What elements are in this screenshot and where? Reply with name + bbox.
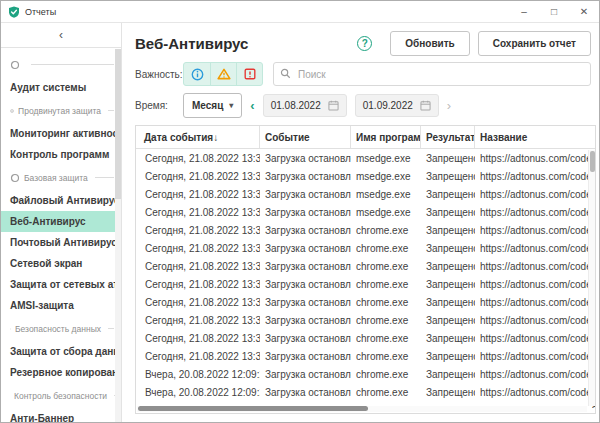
event-date-text: Сегодня, 21.08.2022 13:31:00 [145, 225, 260, 236]
column-header[interactable]: Результат [421, 126, 475, 148]
table-row[interactable]: Сегодня, 21.08.2022 13:30:53Загрузка ост… [136, 257, 595, 275]
table-row[interactable]: Сегодня, 21.08.2022 13:30:56Загрузка ост… [136, 239, 595, 257]
table-row[interactable]: Сегодня, 21.08.2022 13:32:19Загрузка ост… [136, 203, 595, 221]
sidebar-item[interactable]: AMSI-защита [1, 295, 121, 316]
cell-program: msedge.exe [351, 153, 421, 164]
column-header[interactable]: Событие [260, 126, 351, 148]
table-row[interactable]: Сегодня, 21.08.2022 13:30:27Загрузка ост… [136, 329, 595, 347]
sidebar-item[interactable]: Сетевой экран [1, 253, 121, 274]
date-from-field[interactable]: 01.08.2022 [263, 94, 347, 117]
sidebar-scrollbar[interactable] [115, 49, 121, 422]
main-panel: Веб-Антивирус ? Обновить Сохранить отчет… [122, 23, 599, 422]
cell-date: Сегодня, 21.08.2022 13:30:25 [136, 351, 260, 362]
sidebar-item[interactable]: Мониторинг активности [1, 123, 121, 144]
event-date-text: Сегодня, 21.08.2022 13:30:56 [145, 243, 260, 254]
cell-program: msedge.exe [351, 171, 421, 182]
severity-label: Важность: [135, 69, 183, 80]
column-header[interactable]: Имя программы [351, 126, 421, 148]
cell-event: Загрузка остановлена [260, 351, 351, 362]
cell-date: Сегодня, 21.08.2022 13:30:56 [136, 243, 260, 254]
column-header[interactable]: Дата события↓ [136, 126, 260, 148]
table-row[interactable]: Сегодня, 21.08.2022 13:30:25Загрузка ост… [136, 347, 595, 365]
vertical-scrollbar[interactable] [588, 150, 595, 406]
cell-name: https://adtonus.com/code?id= [475, 243, 595, 254]
next-period-button[interactable]: › [447, 99, 451, 112]
table-row[interactable]: Сегодня, 21.08.2022 13:32:21Загрузка ост… [136, 167, 595, 185]
save-report-button[interactable]: Сохранить отчет [478, 31, 591, 56]
refresh-button[interactable]: Обновить [390, 31, 469, 56]
table-row[interactable]: Сегодня, 21.08.2022 13:31:00Загрузка ост… [136, 221, 595, 239]
cell-date: Сегодня, 21.08.2022 13:32:21 [136, 189, 260, 200]
cell-program: chrome.exe [351, 279, 421, 290]
table-row[interactable]: Сегодня, 21.08.2022 13:30:29Загрузка ост… [136, 311, 595, 329]
vertical-scrollbar-thumb[interactable] [590, 151, 595, 172]
sidebar: ‹ Аудит системыПродвинутая защитаМонитор… [1, 23, 122, 422]
window-title: Отчеты [25, 7, 56, 17]
cell-program: chrome.exe [351, 333, 421, 344]
cell-name: https://adtonus.com/code?id= [475, 369, 595, 380]
sidebar-item[interactable]: Аудит системы [1, 77, 121, 98]
sidebar-item[interactable]: Веб-Антивирус [1, 211, 121, 232]
cell-event: Загрузка остановлена [260, 369, 351, 380]
sidebar-item[interactable]: Защита от сбора данных [1, 341, 121, 362]
sidebar-item[interactable]: Файловый Антивирус [1, 190, 121, 211]
cell-program: chrome.exe [351, 387, 421, 398]
event-date-text: Сегодня, 21.08.2022 13:32:21 [145, 153, 260, 164]
event-date-text: Сегодня, 21.08.2022 13:30:25 [145, 351, 260, 362]
cell-name: https://adtonus.com/code?id= [475, 297, 595, 308]
cell-date: Вчера, 20.08.2022 12:09:21 [136, 387, 260, 398]
sidebar-item[interactable]: Защита от сетевых атак [1, 274, 121, 295]
severity-warning-toggle[interactable] [210, 63, 236, 85]
chevron-down-icon: ▾ [229, 101, 233, 110]
sidebar-section-header: Продвинутая защита [1, 98, 121, 123]
sidebar-item[interactable]: Анти-Баннер [1, 408, 121, 422]
severity-info-toggle[interactable] [184, 63, 210, 85]
close-button[interactable]: ✕ [569, 1, 599, 22]
cell-date: Сегодня, 21.08.2022 13:30:31 [136, 297, 260, 308]
table-row[interactable]: Сегодня, 21.08.2022 13:32:21Загрузка ост… [136, 185, 595, 203]
cell-result: Запрещено [421, 153, 475, 164]
sidebar-item[interactable]: Контроль программ [1, 144, 121, 165]
severity-critical-toggle[interactable] [236, 63, 262, 85]
event-date-text: Сегодня, 21.08.2022 13:30:27 [145, 333, 260, 344]
events-table: Дата события↓СобытиеИмя программыРезульт… [135, 125, 596, 414]
table-row[interactable]: Сегодня, 21.08.2022 13:32:21Загрузка ост… [136, 149, 595, 167]
sidebar-collapse-button[interactable]: ‹ [1, 23, 121, 48]
event-date-text: Сегодня, 21.08.2022 13:30:31 [145, 297, 260, 308]
cell-date: Сегодня, 21.08.2022 13:32:21 [136, 171, 260, 182]
cell-name: https://adtonus.com/code?id= [475, 315, 595, 326]
maximize-button[interactable]: □ [539, 1, 569, 22]
event-date-text: Сегодня, 21.08.2022 13:30:29 [145, 315, 260, 326]
date-to-value: 01.09.2022 [363, 100, 413, 111]
sidebar-scrollbar-thumb[interactable] [115, 49, 121, 199]
cell-event: Загрузка остановлена [260, 387, 351, 398]
help-icon[interactable]: ? [357, 36, 372, 51]
cell-date: Сегодня, 21.08.2022 13:30:27 [136, 333, 260, 344]
table-row[interactable]: Сегодня, 21.08.2022 13:30:31Загрузка ост… [136, 293, 595, 311]
date-to-field[interactable]: 01.09.2022 [355, 94, 439, 117]
period-select[interactable]: Месяц ▾ [183, 93, 242, 118]
horizontal-scrollbar-thumb[interactable] [138, 406, 368, 411]
sidebar-section-label: Безопасность данных [15, 324, 101, 334]
column-header[interactable]: Название [475, 126, 595, 148]
cell-program: chrome.exe [351, 369, 421, 380]
cell-event: Загрузка остановлена [260, 279, 351, 290]
sidebar-item[interactable]: Резервное копирование [1, 362, 121, 383]
horizontal-scrollbar[interactable] [137, 406, 587, 412]
search-input[interactable] [273, 62, 591, 86]
cell-result: Запрещено [421, 225, 475, 236]
column-header-label: Дата события [144, 132, 213, 143]
minimize-button[interactable]: – [509, 1, 539, 22]
prev-period-button[interactable]: ‹ [250, 99, 254, 112]
sidebar-list: Аудит системыПродвинутая защитаМониторин… [1, 48, 121, 422]
event-date-text: Сегодня, 21.08.2022 13:32:21 [145, 189, 260, 200]
event-date-text: Вчера, 20.08.2022 12:09:22 [145, 369, 260, 380]
reports-window: Отчеты – □ ✕ ‹ Аудит системыПродвинутая … [0, 0, 600, 423]
page-title: Веб-Антивирус [135, 35, 248, 52]
table-row[interactable]: Вчера, 20.08.2022 12:09:22Загрузка остан… [136, 365, 595, 383]
table-row[interactable]: Сегодня, 21.08.2022 13:30:52Загрузка ост… [136, 275, 595, 293]
cell-name: https://adtonus.com/code?id= [475, 351, 595, 362]
table-row[interactable]: Вчера, 20.08.2022 12:09:21Загрузка остан… [136, 383, 595, 401]
sidebar-item[interactable]: Почтовый Антивирус [1, 232, 121, 253]
cell-program: chrome.exe [351, 351, 421, 362]
